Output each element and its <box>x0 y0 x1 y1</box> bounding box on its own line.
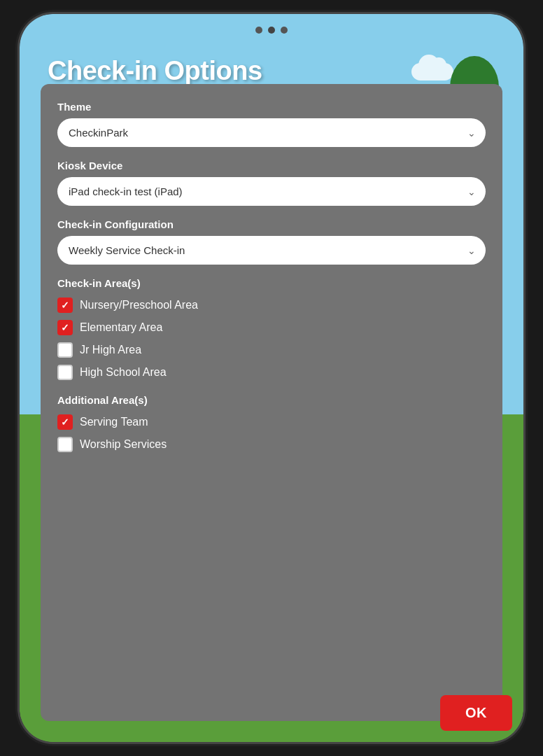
theme-select[interactable]: CheckinPark <box>57 118 486 147</box>
checkin-area-jrhigh: Jr High Area <box>57 342 486 358</box>
tablet-frame: Check-in Options Theme CheckinPark ⌄ Kio… <box>20 14 523 742</box>
theme-group: Theme CheckinPark ⌄ <box>57 101 486 147</box>
checkin-area-elementary: Elementary Area <box>57 320 486 335</box>
checkin-areas-label: Check-in Area(s) <box>57 277 486 289</box>
kiosk-group: Kiosk Device iPad check-in test (iPad) ⌄ <box>57 160 486 206</box>
tablet-top-bar <box>255 27 288 34</box>
config-group: Check-in Configuration Weekly Service Ch… <box>57 218 486 265</box>
theme-label: Theme <box>57 101 486 113</box>
nursery-checkbox[interactable] <box>57 298 73 313</box>
camera-dot <box>268 27 275 34</box>
checkin-area-nursery: Nursery/Preschool Area <box>57 298 486 313</box>
page-title: Check-in Options <box>48 56 495 86</box>
worship-checkbox[interactable] <box>57 437 73 452</box>
additional-area-serving: Serving Team <box>57 414 486 430</box>
checkin-areas-group: Check-in Area(s) Nursery/Preschool Area … <box>57 277 486 380</box>
checkin-area-highschool: High School Area <box>57 365 486 380</box>
additional-area-worship: Worship Services <box>57 437 486 452</box>
additional-areas-checkboxes: Serving Team Worship Services <box>57 414 486 452</box>
serving-label: Serving Team <box>80 416 148 428</box>
theme-select-wrapper: CheckinPark ⌄ <box>57 118 486 147</box>
main-panel: Theme CheckinPark ⌄ Kiosk Device iPad ch… <box>41 84 502 721</box>
jrhigh-checkbox[interactable] <box>57 342 73 358</box>
config-select[interactable]: Weekly Service Check-in <box>57 236 486 265</box>
additional-areas-group: Additional Area(s) Serving Team Worship … <box>57 394 486 452</box>
dot-1 <box>255 27 262 34</box>
config-label: Check-in Configuration <box>57 218 486 230</box>
dot-3 <box>281 27 288 34</box>
highschool-label: High School Area <box>80 366 167 379</box>
elementary-checkbox[interactable] <box>57 320 73 335</box>
ok-button[interactable]: OK <box>440 695 512 731</box>
serving-checkbox[interactable] <box>57 414 73 430</box>
config-select-wrapper: Weekly Service Check-in ⌄ <box>57 236 486 265</box>
kiosk-label: Kiosk Device <box>57 160 486 172</box>
kiosk-select-wrapper: iPad check-in test (iPad) ⌄ <box>57 177 486 206</box>
checkin-areas-checkboxes: Nursery/Preschool Area Elementary Area J… <box>57 298 486 380</box>
nursery-label: Nursery/Preschool Area <box>80 299 198 312</box>
highschool-checkbox[interactable] <box>57 365 73 380</box>
worship-label: Worship Services <box>80 438 167 451</box>
additional-areas-label: Additional Area(s) <box>57 394 486 406</box>
kiosk-select[interactable]: iPad check-in test (iPad) <box>57 177 486 206</box>
elementary-label: Elementary Area <box>80 321 162 334</box>
jrhigh-label: Jr High Area <box>80 344 141 356</box>
